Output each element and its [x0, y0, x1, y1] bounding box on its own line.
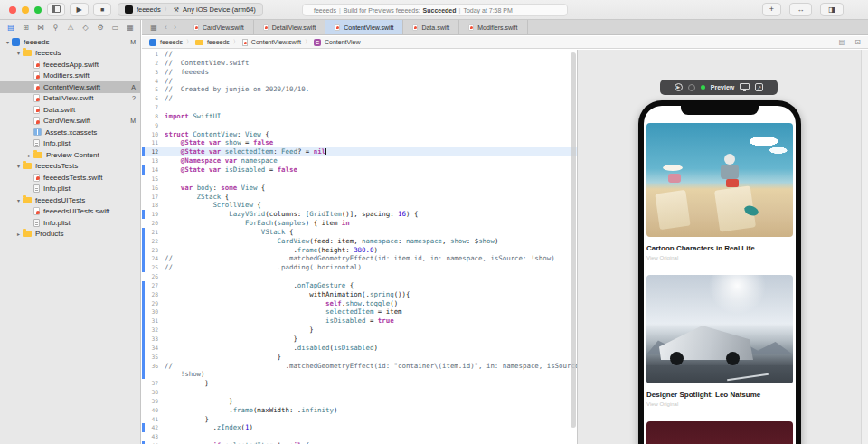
code-line[interactable]: 11 @State var show = false [142, 138, 577, 147]
canvas-scrollbar[interactable] [861, 50, 868, 444]
report-navigator-icon[interactable]: ▦ [126, 24, 135, 32]
feed-card[interactable]: Cartoon Characters in Real LifeView Orig… [646, 123, 793, 260]
sidebar-item-feeeedsuitests[interactable]: ▾feeeedsUITests [0, 194, 140, 206]
code-line-wrap[interactable]: !show) [142, 370, 577, 379]
code-line[interactable]: 19 LazyVGrid(columns: [GridItem()], spac… [142, 210, 577, 219]
debug-navigator-icon[interactable]: ⚙ [96, 24, 105, 32]
sidebar-item-feeeedsuitests-swift[interactable]: feeeedsUITests.swift [0, 206, 140, 218]
breadcrumb-item[interactable]: ContentView.swift [251, 39, 301, 45]
code-line[interactable]: 16 var body: some View { [142, 184, 577, 193]
breakpoint-navigator-icon[interactable]: ▭ [111, 24, 120, 32]
tab-detailview-swift[interactable]: DetailView.swift [254, 20, 326, 34]
code-line[interactable]: 18 ScrollView { [142, 201, 577, 210]
code-line[interactable]: 42 .zIndex(1) [142, 423, 577, 432]
sidebar-item-detailview-swift[interactable]: DetailView.swift? [0, 93, 140, 105]
editor-layout-button[interactable]: ↔ [789, 3, 812, 16]
code-line[interactable]: 5// Created by junjie on 2020/10/10. [142, 85, 577, 94]
code-line[interactable]: 40 .frame(maxWidth: .infinity) [142, 406, 577, 415]
disclosure-triangle-icon[interactable]: ▾ [14, 50, 23, 56]
toggle-navigator-button[interactable] [47, 3, 65, 16]
code-line[interactable]: 29 self.show.toggle() [142, 299, 577, 308]
sidebar-item-feeeeds[interactable]: ▾feeeedsM [0, 36, 140, 48]
symbol-navigator-icon[interactable]: ⋈ [36, 24, 45, 32]
code-line[interactable]: 34 .disabled(isDisabled) [142, 344, 577, 353]
source-control-navigator-icon[interactable]: ⊞ [22, 24, 31, 32]
editor-scrollbar[interactable] [571, 52, 576, 428]
code-line[interactable]: 2// ContentView.swift [142, 59, 577, 68]
tab-modifiers-swift[interactable]: Modifiers.swift [459, 20, 527, 34]
stop-button[interactable]: ■ [93, 3, 111, 16]
source-editor[interactable]: 1//2// ContentView.swift3// feeeeds4//5/… [142, 50, 577, 444]
code-line[interactable]: 39 } [142, 397, 577, 406]
breadcrumb-item[interactable]: ContentView [325, 39, 361, 45]
disclosure-triangle-icon[interactable]: ▾ [14, 197, 23, 203]
editor-options-icon[interactable]: ▤ [839, 38, 846, 46]
disclosure-triangle-icon[interactable]: ▸ [14, 231, 23, 237]
go-back-button[interactable]: ‹ [165, 23, 167, 32]
code-line[interactable]: 36// .matchedGeometryEffect(id: "contain… [142, 362, 577, 371]
sidebar-item-info-plist[interactable]: Info.plist [0, 138, 140, 150]
code-line[interactable]: 6// [142, 94, 577, 103]
sidebar-item-assets-xcassets[interactable]: Assets.xcassets [0, 127, 140, 138]
feed-card[interactable]: Designer Spotlight: Leo NatsumeView Orig… [646, 275, 793, 407]
find-navigator-icon[interactable]: ⚲ [52, 24, 61, 32]
code-line[interactable]: 10struct ContentView: View { [142, 130, 577, 139]
preview-on-device-button[interactable] [688, 84, 695, 91]
code-line[interactable]: 37 } [142, 379, 577, 388]
code-line[interactable]: 9 [142, 121, 577, 130]
scheme-destination[interactable]: Any iOS Device (arm64) [183, 5, 256, 14]
tab-overview-icon[interactable]: ▦ [149, 24, 158, 32]
disclosure-triangle-icon[interactable]: ▾ [4, 39, 12, 45]
code-line[interactable]: 20 ForEach(samples) { item in [142, 219, 577, 228]
code-line[interactable]: 41 } [142, 415, 577, 424]
code-line[interactable]: 26 [142, 272, 577, 281]
live-preview-button[interactable]: ▶ [675, 83, 683, 91]
sidebar-item-products[interactable]: ▸Products [0, 229, 140, 241]
sidebar-item-modifiers-swift[interactable]: Modifiers.swift [0, 71, 140, 82]
sidebar-item-feeeedstests[interactable]: ▾feeeedsTests [0, 161, 140, 173]
minimize-window-button[interactable] [22, 6, 29, 14]
code-line[interactable]: 7 [142, 103, 577, 112]
sidebar-item-feeeedsapp-swift[interactable]: feeeedsApp.swift [0, 59, 140, 71]
code-line[interactable]: 23 .frame(height: 380.0) [142, 246, 577, 255]
code-line[interactable]: 35 } [142, 353, 577, 362]
display-icon[interactable] [740, 83, 750, 90]
code-line[interactable]: 38 [142, 388, 577, 397]
sidebar-item-data-swift[interactable]: Data.swift [0, 104, 140, 116]
run-button[interactable]: ▶ [70, 3, 89, 16]
scheme-target[interactable]: feeeeds [137, 5, 161, 14]
disclosure-triangle-icon[interactable]: ▸ [25, 152, 33, 158]
code-line[interactable]: 33 } [142, 335, 577, 344]
code-line[interactable]: 3// feeeeds [142, 68, 577, 77]
inspect-preview-button[interactable]: ↗ [755, 83, 763, 91]
sidebar-item-feeeeds[interactable]: ▾feeeeds [0, 48, 140, 60]
library-add-button[interactable]: + [762, 3, 781, 16]
tab-data-swift[interactable]: Data.swift [403, 20, 459, 34]
code-line[interactable]: 15 [142, 175, 577, 184]
code-line[interactable]: 30 selectedItem = item [142, 307, 577, 316]
code-line[interactable]: 12 @State var selectedItem: Feed? = nil [142, 147, 577, 156]
sidebar-item-info-plist[interactable]: Info.plist [0, 184, 140, 195]
code-line[interactable]: 1// [142, 50, 577, 59]
code-line[interactable]: 22 CardView(feed: item, namespace: names… [142, 237, 577, 246]
disclosure-triangle-icon[interactable]: ▾ [14, 163, 23, 169]
sidebar-item-feeeedstests-swift[interactable]: feeeedsTests.swift [0, 172, 140, 184]
code-line[interactable]: 24// .matchedGeometryEffect(id: item.id,… [142, 254, 577, 263]
code-line[interactable]: 21 VStack { [142, 228, 577, 237]
code-line[interactable]: 17 ZStack { [142, 193, 577, 202]
zoom-window-button[interactable] [34, 6, 42, 14]
tab-contentview-swift[interactable]: ContentView.swift [326, 20, 403, 34]
breadcrumb-item[interactable]: feeeeds [160, 39, 183, 45]
scheme-selector[interactable]: feeeeds 〉 ⚒ Any iOS Device (arm64) [118, 3, 263, 16]
feed-card[interactable] [646, 421, 793, 444]
sidebar-item-contentview-swift[interactable]: ContentView.swiftA [0, 81, 140, 93]
issue-navigator-icon[interactable]: ⚠ [66, 24, 75, 32]
go-forward-button[interactable]: › [174, 23, 176, 32]
code-line[interactable]: 31 isDisabled = true [142, 316, 577, 326]
close-window-button[interactable] [9, 6, 16, 14]
toggle-inspector-button[interactable]: ◨ [820, 3, 844, 16]
add-editor-icon[interactable]: ⊡ [854, 38, 861, 46]
code-line[interactable]: 27 .onTapGesture { [142, 281, 577, 290]
code-line[interactable]: 28 withAnimation(.spring()){ [142, 290, 577, 299]
tab-cardview-swift[interactable]: CardView.swift [184, 20, 254, 34]
